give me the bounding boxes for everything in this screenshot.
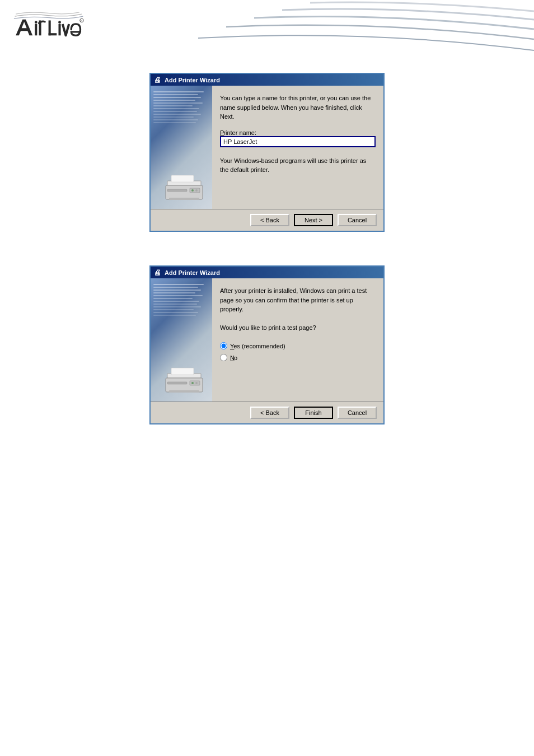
svg-rect-0 [35, 24, 37, 35]
dialog1-body: You can type a name for this printer, or… [151, 86, 383, 209]
dialog1-content: You can type a name for this printer, or… [212, 86, 383, 209]
text-lines [153, 91, 209, 125]
dialog2-titlebar: 🖨 Add Printer Wizard [151, 267, 383, 278]
dialog1-cancel-button[interactable]: Cancel [338, 214, 377, 226]
dialog1-titlebar: 🖨 Add Printer Wizard [151, 74, 383, 86]
dialog2-question: Would you like to print a test page? [220, 323, 376, 333]
dialog2-radio-group: Yes (recommended) No [220, 342, 376, 361]
svg-rect-10 [171, 175, 194, 182]
header: R [0, 0, 534, 67]
dialog2-image-panel [151, 278, 212, 402]
airlive-logo: R [11, 8, 84, 42]
radio-yes-input[interactable] [220, 342, 227, 349]
radio-no-label[interactable]: No [230, 354, 237, 361]
logo-area: R [11, 8, 84, 42]
dialog2: 🖨 Add Printer Wizard [149, 265, 385, 424]
svg-rect-15 [167, 189, 187, 192]
dialog1-image-panel [151, 86, 212, 209]
svg-point-13 [191, 189, 194, 192]
radio-yes-label[interactable]: Yes (recommended) [230, 343, 285, 349]
svg-rect-20 [190, 381, 200, 385]
svg-rect-18 [171, 368, 194, 375]
dialog2-back-button[interactable]: < Back [250, 407, 289, 419]
dialog1-back-button[interactable]: < Back [250, 214, 289, 226]
svg-rect-4 [49, 33, 57, 35]
dialog2-finish-button[interactable]: Finish [294, 407, 333, 419]
svg-point-14 [195, 189, 198, 192]
dialog1-description: You can type a name for this printer, or… [220, 94, 376, 122]
dialog2-titlebar-icon: 🖨 [154, 268, 161, 277]
dialog1-footer: < Back Next > Cancel [151, 209, 383, 231]
svg-rect-23 [167, 382, 187, 384]
dialog2-printer-image [165, 357, 209, 396]
dialog1-next-button[interactable]: Next > [294, 214, 333, 226]
dialog2-text-lines [153, 284, 209, 318]
svg-text:R: R [81, 20, 82, 22]
dialog2-footer: < Back Finish Cancel [151, 402, 383, 423]
dialog2-body: After your printer is installed, Windows… [151, 278, 383, 402]
printer-name-input[interactable] [220, 136, 376, 147]
printer-name-label-wrap: Printer name: [220, 126, 376, 147]
svg-rect-24 [169, 390, 199, 393]
svg-rect-5 [59, 24, 61, 35]
swoosh-decoration [198, 0, 534, 56]
dialog2-title: Add Printer Wizard [165, 269, 220, 276]
radio-no-input[interactable] [220, 354, 227, 361]
svg-rect-12 [190, 188, 200, 193]
svg-point-22 [195, 382, 198, 384]
svg-point-1 [35, 21, 38, 24]
dialog2-content: After your printer is installed, Windows… [212, 278, 383, 402]
radio-no-item: No [220, 354, 376, 361]
dialog1-titlebar-icon: 🖨 [154, 76, 161, 84]
dialog1-printer-name-label: Printer name: [220, 129, 376, 136]
printer-image [165, 164, 209, 203]
wizard-container: 🖨 Add Printer Wizard [0, 67, 534, 424]
radio-yes-item: Yes (recommended) [220, 342, 376, 349]
svg-point-21 [191, 382, 194, 384]
dialog2-cancel-button[interactable]: Cancel [338, 407, 377, 419]
dialog2-description: After your printer is installed, Windows… [220, 286, 376, 314]
dialog1: 🖨 Add Printer Wizard [149, 73, 385, 232]
dialog1-note: Your Windows-based programs will use thi… [220, 156, 376, 175]
dialog1-title: Add Printer Wizard [165, 77, 220, 83]
svg-rect-16 [169, 198, 199, 200]
svg-point-6 [58, 21, 61, 24]
